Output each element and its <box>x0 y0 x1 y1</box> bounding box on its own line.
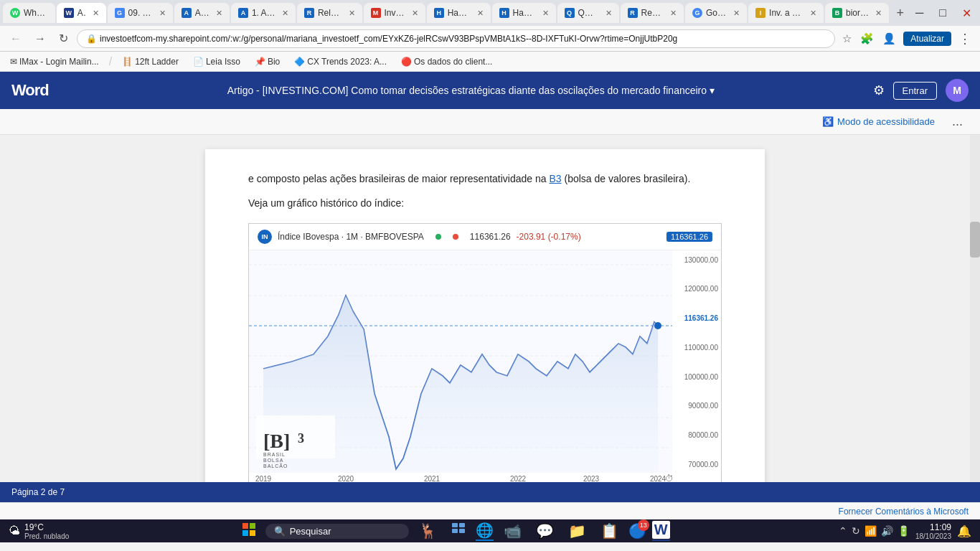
clock-widget[interactable]: 11:09 18/10/2023 <box>915 522 951 540</box>
document-title[interactable]: Artigo - [INVESTING.COM] Como tomar deci… <box>77 85 864 96</box>
svg-rect-12 <box>452 523 458 527</box>
task-view-button[interactable] <box>447 521 470 542</box>
maximize-button[interactable]: □ <box>933 5 952 21</box>
windows-icon <box>242 523 255 536</box>
volume-icon[interactable]: 🔊 <box>881 525 893 537</box>
edge-taskbar[interactable]: 🌐 <box>476 522 494 541</box>
new-tab-button[interactable]: + <box>890 6 910 21</box>
trello-taskbar[interactable]: 📋 <box>596 521 623 541</box>
skype-taskbar[interactable]: 💬 <box>532 521 558 541</box>
tab-release[interactable]: R Releas... ✕ <box>297 3 362 23</box>
tab-artigo-close[interactable]: ✕ <box>216 9 222 18</box>
tab-bioritm[interactable]: B bioritm... ✕ <box>825 3 889 23</box>
clock-time: 11:09 <box>915 522 951 532</box>
battery-icon[interactable]: 🔋 <box>897 525 910 537</box>
cx-bookmark-icon: 🔷 <box>294 57 305 67</box>
bookmark-dados[interactable]: 🔴 Os dados do client... <box>397 55 496 68</box>
tab-hando2-close[interactable]: ✕ <box>542 9 549 18</box>
tab-invit-title: Invitat... <box>385 8 405 18</box>
tab-invit-close[interactable]: ✕ <box>412 9 418 18</box>
taskbar-search[interactable]: 🔍 Pesquisar <box>265 524 409 539</box>
document-scrollbar[interactable] <box>970 135 980 482</box>
url-bar[interactable]: 🔒 investoetfcom-my.sharepoint.com/:w:/g/… <box>77 29 835 48</box>
weather-widget[interactable]: 🌤 19°C Pred. nublado <box>9 522 69 540</box>
tab-google09-title: 09. Set... <box>128 8 153 18</box>
tab-whatsapp[interactable]: W Whats... <box>3 3 55 23</box>
back-button[interactable]: ← <box>6 31 26 47</box>
tab-qa[interactable]: Q Q&A -... ✕ <box>557 3 619 23</box>
video-taskbar[interactable]: 📹 <box>499 521 526 541</box>
update-button[interactable]: Atualizar <box>903 32 951 46</box>
b3-logo-text1: BRASIL <box>263 452 286 457</box>
weather-icon: 🌤 <box>9 524 20 537</box>
qa-tab-icon: Q <box>565 8 575 18</box>
tab-word-close[interactable]: ✕ <box>93 9 99 18</box>
tab-inv-close[interactable]: ✕ <box>810 9 816 18</box>
tab-word[interactable]: W Ar... ✕ <box>57 3 106 23</box>
chrome-taskbar[interactable]: 🔵 13 <box>628 522 646 540</box>
release-tab-icon: R <box>304 8 314 18</box>
doc-title-text: Artigo - [INVESTING.COM] Como tomar deci… <box>227 85 707 96</box>
tab-1artigo[interactable]: A 1. Artic... ✕ <box>231 3 296 23</box>
tab-google[interactable]: G Googl... ✕ <box>685 3 747 23</box>
browser-menu-button[interactable]: ⋮ <box>956 31 974 47</box>
extensions-icon[interactable]: 🧩 <box>857 31 877 47</box>
bookmark-star-icon[interactable]: ☆ <box>839 31 854 47</box>
reload-button[interactable]: ↻ <box>55 30 72 47</box>
toolbar-more-button[interactable]: ... <box>946 113 969 131</box>
profile-icon[interactable]: 👤 <box>880 31 899 47</box>
clock-date: 18/10/2023 <box>915 532 951 540</box>
svg-rect-9 <box>250 523 255 529</box>
tab-repass-close[interactable]: ✕ <box>670 9 677 18</box>
chart-y-axis: 130000.00 120000.00 116361.26 110000.00 … <box>672 250 721 482</box>
y-label-70000: 70000.00 <box>675 461 718 468</box>
word-taskbar[interactable]: W <box>652 521 670 541</box>
tab-google09-close[interactable]: ✕ <box>159 9 166 18</box>
b3-link[interactable]: B3 <box>549 173 561 184</box>
tab-google09[interactable]: G 09. Set... ✕ <box>108 3 173 23</box>
tab-inv[interactable]: I Inv. a gest... ✕ <box>748 3 824 23</box>
y-label-100000: 100000.00 <box>675 373 718 381</box>
signin-button[interactable]: Entrar <box>893 82 937 100</box>
tab-qa-close[interactable]: ✕ <box>606 9 612 18</box>
widget-button[interactable]: 🦌 <box>415 521 441 541</box>
chart-current-dot <box>654 322 661 329</box>
minimize-button[interactable]: ─ <box>910 5 929 21</box>
user-avatar[interactable]: M <box>946 79 969 102</box>
network-icon[interactable]: 📶 <box>864 525 877 537</box>
tab-bioritm-close[interactable]: ✕ <box>875 9 882 18</box>
feedback-link[interactable]: Fornecer Comentários à Microsoft <box>839 507 969 517</box>
chart-info-icon: ⏱ <box>665 474 672 482</box>
bookmark-bio[interactable]: 📌 Bio <box>250 55 284 68</box>
tab-artigo[interactable]: A Artigo ✕ <box>174 3 230 23</box>
bookmark-leia[interactable]: 📄 Leia Isso <box>189 55 245 68</box>
files-taskbar[interactable]: 📁 <box>564 521 590 541</box>
sync-icon[interactable]: ↻ <box>852 525 860 537</box>
x-label-2020: 2020 <box>338 475 354 482</box>
tab-1artigo-close[interactable]: ✕ <box>282 9 288 18</box>
bookmark-dados-label: Os dados do client... <box>414 57 492 67</box>
bookmark-imax[interactable]: ✉ IMax - Login Mailin... <box>6 55 103 68</box>
tab-hando2-title: Hando... <box>513 8 536 18</box>
tab-hando1[interactable]: H Hando... ✕ <box>427 3 491 23</box>
search-placeholder: Pesquisar <box>290 526 331 537</box>
bookmark-12ft[interactable]: 🪜 12ft Ladder <box>118 55 183 68</box>
forward-button[interactable]: → <box>30 31 50 47</box>
bookmark-cx[interactable]: 🔷 CX Trends 2023: A... <box>290 55 391 68</box>
start-button[interactable] <box>238 522 260 541</box>
tab-release-close[interactable]: ✕ <box>349 9 355 18</box>
tab-google-close[interactable]: ✕ <box>733 9 740 18</box>
chevron-up-icon[interactable]: ⌃ <box>839 525 847 537</box>
weather-desc: Pred. nublado <box>24 532 69 540</box>
bookmarks-bar: ✉ IMax - Login Mailin... / 🪜 12ft Ladder… <box>0 52 980 72</box>
tab-hando1-close[interactable]: ✕ <box>477 9 484 18</box>
word-app-bar: Word Artigo - [INVESTING.COM] Como tomar… <box>0 72 980 109</box>
close-button[interactable]: ✕ <box>956 5 977 22</box>
tab-invit[interactable]: M Invitat... ✕ <box>364 3 425 23</box>
tab-hando2[interactable]: H Hando... ✕ <box>492 3 556 23</box>
scrollbar-thumb[interactable] <box>970 222 980 258</box>
settings-icon[interactable]: ⚙ <box>873 83 885 98</box>
accessibility-mode-button[interactable]: ♿ Modo de acessibilidade <box>816 115 941 128</box>
notification-icon[interactable]: 🔔 <box>957 524 971 538</box>
tab-repass[interactable]: R Repas... ✕ <box>621 3 684 23</box>
